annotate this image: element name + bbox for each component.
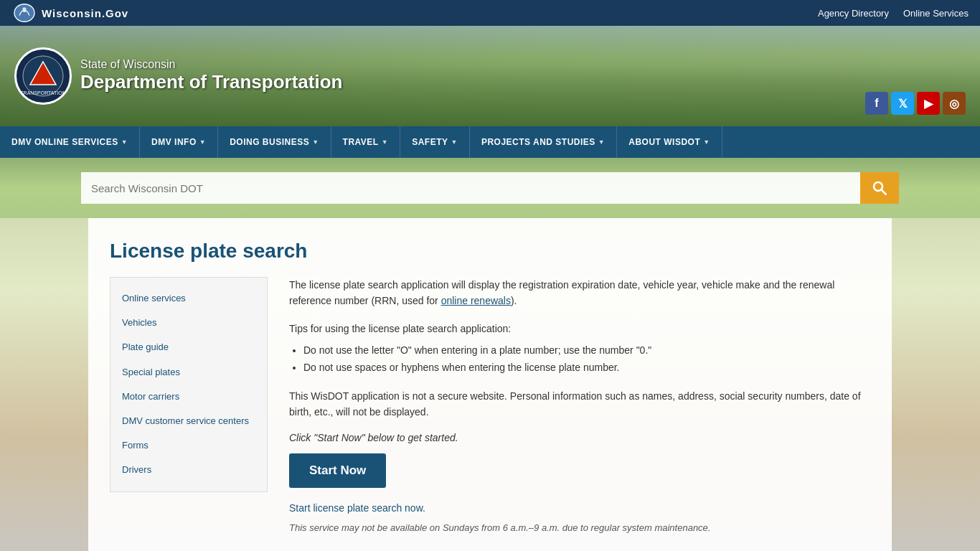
sidebar-link-forms[interactable]: Forms (110, 433, 267, 458)
chevron-down-icon: ▼ (199, 138, 206, 146)
svg-line-6 (882, 190, 886, 194)
click-text: Click "Start Now" below to get started. (289, 432, 870, 443)
dept-title: State of Wisconsin Department of Transpo… (80, 58, 342, 93)
content-bg: License plate search Online services Veh… (0, 218, 980, 551)
sidebar-link-motor-carriers[interactable]: Motor carriers (110, 385, 267, 409)
header-banner: TRANSPORTATION State of Wisconsin Depart… (0, 26, 980, 126)
tips-list: Do not use the letter "O" when entering … (303, 342, 870, 377)
nav-item-dmv-info[interactable]: DMV INFO ▼ (140, 126, 218, 158)
dept-logo-circle: TRANSPORTATION (14, 47, 72, 105)
content-body: Online services Vehicles Plate guide Spe… (110, 277, 870, 533)
wisconsin-logo-icon (11, 3, 37, 23)
dept-name-text: Department of Transportation (80, 71, 342, 93)
sidebar: Online services Vehicles Plate guide Spe… (110, 277, 268, 533)
nav-item-dmv-online-services[interactable]: DMV ONLINE SERVICES ▼ (0, 126, 140, 158)
nav-item-travel[interactable]: TRAVEL ▼ (331, 126, 401, 158)
online-renewals-link[interactable]: online renewals (441, 295, 511, 306)
online-services-link[interactable]: Online Services (903, 8, 969, 19)
main-text: The license plate search application wil… (289, 277, 870, 533)
nav-item-doing-business[interactable]: DOING BUSINESS ▼ (218, 126, 331, 158)
main-content-wrapper: License plate search Online services Veh… (0, 218, 980, 551)
nav-bar: DMV ONLINE SERVICES ▼ DMV INFO ▼ DOING B… (0, 126, 980, 158)
agency-directory-link[interactable]: Agency Directory (818, 8, 889, 19)
sidebar-link-vehicles[interactable]: Vehicles (110, 311, 267, 335)
start-now-button[interactable]: Start Now (289, 453, 386, 488)
chevron-down-icon: ▼ (703, 138, 710, 146)
service-note: This service may not be available on Sun… (289, 522, 870, 533)
youtube-icon[interactable]: ▶ (917, 92, 940, 115)
top-bar: Wisconsin.Gov Agency Directory Online Se… (0, 0, 980, 26)
svg-point-0 (14, 4, 34, 22)
search-banner (0, 158, 980, 218)
tip-2: Do not use spaces or hyphens when enteri… (303, 359, 870, 377)
sidebar-link-plate-guide[interactable]: Plate guide (110, 335, 267, 359)
search-container (81, 172, 899, 204)
facebook-icon[interactable]: f (865, 92, 888, 115)
chevron-down-icon: ▼ (598, 138, 605, 146)
page-title: License plate search (110, 240, 870, 263)
svg-text:TRANSPORTATION: TRANSPORTATION (22, 90, 65, 95)
nav-item-projects-studies[interactable]: PROJECTS AND STUDIES ▼ (470, 126, 617, 158)
podcast-icon[interactable]: ◎ (943, 92, 966, 115)
top-bar-links: Agency Directory Online Services (818, 8, 969, 19)
state-name-text: State of Wisconsin (80, 58, 342, 71)
chevron-down-icon: ▼ (312, 138, 319, 146)
social-icons: f 𝕏 ▶ ◎ (865, 92, 966, 115)
sidebar-menu: Online services Vehicles Plate guide Spe… (110, 277, 268, 492)
chevron-down-icon: ▼ (451, 138, 457, 146)
site-title: Wisconsin.Gov (42, 7, 128, 19)
dept-logo-area: TRANSPORTATION State of Wisconsin Depart… (14, 47, 342, 105)
top-bar-logo: Wisconsin.Gov (11, 3, 128, 23)
nav-item-safety[interactable]: SAFETY ▼ (400, 126, 470, 158)
search-input[interactable] (81, 172, 860, 204)
content-card: License plate search Online services Veh… (88, 218, 892, 551)
svg-point-1 (22, 7, 26, 11)
sidebar-link-dmv-centers[interactable]: DMV customer service centers (110, 409, 267, 433)
search-button[interactable] (860, 172, 899, 204)
intro-paragraph: The license plate search application wil… (289, 277, 870, 309)
sidebar-link-online-services[interactable]: Online services (110, 286, 267, 311)
start-plate-search-link[interactable]: Start license plate search now. (289, 502, 870, 514)
sidebar-link-drivers[interactable]: Drivers (110, 458, 267, 482)
security-text: This WisDOT application is not a secure … (289, 388, 870, 420)
search-icon (872, 181, 887, 195)
dot-logo-icon: TRANSPORTATION (22, 55, 65, 98)
chevron-down-icon: ▼ (382, 138, 388, 146)
nav-item-about-wisdot[interactable]: ABOUT WISDOT ▼ (617, 126, 722, 158)
twitter-icon[interactable]: 𝕏 (891, 92, 914, 115)
sidebar-link-special-plates[interactable]: Special plates (110, 360, 267, 385)
tips-heading: Tips for using the license plate search … (289, 321, 870, 336)
chevron-down-icon: ▼ (121, 138, 128, 146)
tip-1: Do not use the letter "O" when entering … (303, 342, 870, 359)
